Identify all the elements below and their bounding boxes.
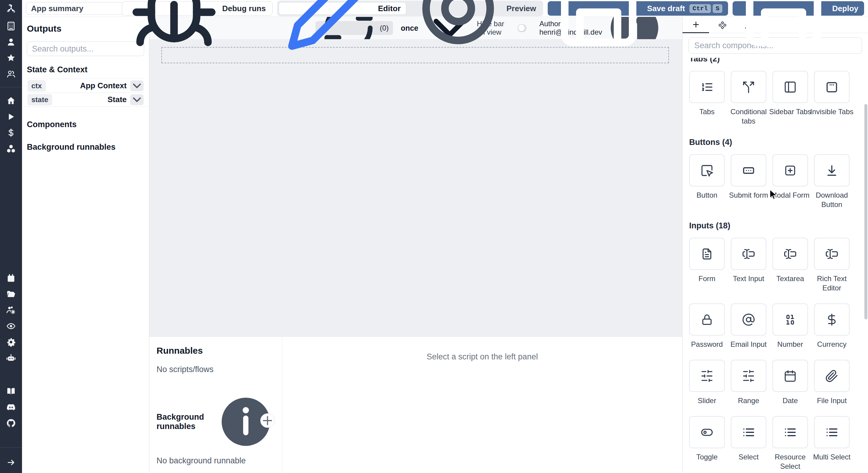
component-card-slider[interactable]: [689, 360, 725, 392]
bug-icon: [129, 0, 219, 54]
editor-label: Editor: [378, 4, 401, 13]
panel-tab-component[interactable]: [709, 17, 736, 33]
rail-building-icon[interactable]: [4, 19, 18, 33]
kbd-ctrl: Ctrl: [689, 4, 711, 13]
component-card-resource-select[interactable]: [772, 416, 808, 448]
component-label: Download Button: [808, 191, 855, 209]
component-label: Range: [725, 396, 772, 405]
scrollbar-thumb[interactable]: [864, 104, 867, 319]
component-cell: Number: [772, 303, 808, 349]
expand-state-button[interactable]: [130, 94, 144, 105]
runnables-empty-text: No scripts/flows: [157, 365, 275, 374]
app-canvas[interactable]: [149, 39, 682, 336]
runnables-panel: Runnables No scripts/flows Background ru…: [149, 336, 682, 473]
rail-folder-open-icon[interactable]: [4, 287, 18, 301]
windmill-logo[interactable]: [0, 0, 22, 17]
rail-calendar-icon[interactable]: [4, 271, 18, 285]
output-type-label: App Context: [80, 81, 127, 90]
component-card-range[interactable]: [731, 360, 766, 392]
component-cell: Password: [689, 303, 725, 349]
rail-star-icon[interactable]: [4, 51, 18, 65]
component-label: Date: [767, 396, 814, 405]
output-row-state[interactable]: state State: [27, 93, 144, 106]
component-card-multi-select[interactable]: [814, 416, 849, 448]
component-card-select[interactable]: [731, 416, 766, 448]
components-panel: Tabs (2)TabsConditional tabsSidebar Tabs…: [682, 17, 868, 473]
rail-github-icon[interactable]: [4, 416, 18, 430]
rail-discord-icon[interactable]: [4, 400, 18, 414]
component-card-rich-text-editor[interactable]: [814, 238, 849, 270]
rail-dollar-icon[interactable]: [4, 126, 18, 139]
component-card-tabs[interactable]: [689, 71, 725, 103]
component-cell: Invisible Tabs: [814, 71, 849, 126]
debug-runs-label: Debug runs: [222, 4, 266, 13]
component-card-download-button[interactable]: [814, 154, 849, 187]
component-card-form[interactable]: [689, 238, 725, 270]
component-card-toggle[interactable]: [689, 416, 725, 448]
deploy-label: Deploy: [832, 4, 858, 13]
component-cell: Conditional tabs: [731, 71, 766, 126]
output-row-ctx[interactable]: ctx App Context: [27, 79, 144, 93]
rail-user-icon[interactable]: [4, 35, 18, 49]
component-card-textarea[interactable]: [772, 238, 808, 270]
debug-runs-button[interactable]: Debug runs: [122, 1, 273, 16]
rail-users-icon[interactable]: [4, 67, 18, 81]
outputs-title: Outputs: [27, 24, 144, 34]
component-label: Rich Text Editor: [808, 274, 855, 293]
panel-tab-plus[interactable]: [683, 17, 709, 33]
preview-tab[interactable]: Preview: [407, 2, 541, 15]
component-cell: Toggle: [689, 416, 725, 471]
left-rail: [0, 0, 22, 473]
component-card-date[interactable]: [772, 360, 808, 392]
component-card-conditional-tabs[interactable]: [731, 71, 766, 103]
component-label: Form: [683, 274, 731, 283]
rail-gear-icon[interactable]: [4, 335, 18, 349]
add-background-runnable-button[interactable]: [260, 413, 275, 428]
save-icon: [738, 0, 829, 54]
topbar: Debug runs Editor Preview Save draft Ct: [22, 0, 868, 17]
hide-bar-toggle[interactable]: [518, 24, 527, 32]
component-card-password[interactable]: [689, 303, 725, 336]
component-cell: Resource Select: [772, 416, 808, 471]
expand-ctx-button[interactable]: [130, 80, 144, 91]
component-cell: Select: [731, 416, 766, 471]
deploy-button[interactable]: Deploy: [733, 1, 864, 16]
component-card-number[interactable]: [772, 303, 808, 336]
rail-workers-icon[interactable]: [4, 303, 18, 317]
component-label: Currency: [808, 340, 855, 349]
component-card-text-input[interactable]: [731, 238, 766, 270]
component-cell: Modal Form: [772, 154, 808, 209]
component-card-sidebar-tabs[interactable]: [772, 71, 808, 103]
rail-home-icon[interactable]: [4, 94, 18, 107]
component-card-currency[interactable]: [814, 303, 849, 336]
canvas-column: (0) once Hide bar on view Au: [149, 17, 682, 473]
editor-tab[interactable]: Editor: [279, 2, 406, 15]
component-card-file-input[interactable]: [814, 360, 849, 392]
component-cell: Tabs: [689, 71, 725, 126]
component-label: Text Input: [725, 274, 772, 283]
component-card-invisible-tabs[interactable]: [814, 71, 849, 103]
component-card-submit-form[interactable]: [731, 154, 766, 187]
search-outputs-input[interactable]: [27, 41, 144, 56]
rail-play-icon[interactable]: [4, 110, 18, 124]
component-card-button[interactable]: [689, 154, 725, 187]
rail-eye-icon[interactable]: [4, 319, 18, 333]
component-card-email-input[interactable]: [731, 303, 766, 336]
component-cell: Currency: [814, 303, 849, 349]
save-draft-label: Save draft: [647, 4, 685, 13]
component-card-modal-form[interactable]: [772, 154, 808, 187]
rail-robot-icon[interactable]: [4, 351, 18, 365]
background-runnables-heading: Background runnables: [27, 142, 144, 152]
component-label: Modal Form: [767, 191, 814, 200]
kbd-s: S: [713, 4, 723, 13]
rail-divider: [0, 447, 22, 448]
rail-book-icon[interactable]: [4, 384, 18, 398]
preview-label: Preview: [506, 4, 536, 13]
save-draft-button[interactable]: Save draft CtrlS: [548, 1, 728, 16]
collapse-sidebar-button[interactable]: [0, 452, 22, 473]
component-cell: Date: [772, 360, 808, 405]
component-label: Multi Select: [808, 452, 855, 462]
rail-boxes-icon[interactable]: [4, 142, 18, 156]
outputs-panel: Outputs State & Context ctx App Context …: [22, 17, 149, 473]
windmill-app-editor: Debug runs Editor Preview Save draft Ct: [0, 0, 868, 473]
